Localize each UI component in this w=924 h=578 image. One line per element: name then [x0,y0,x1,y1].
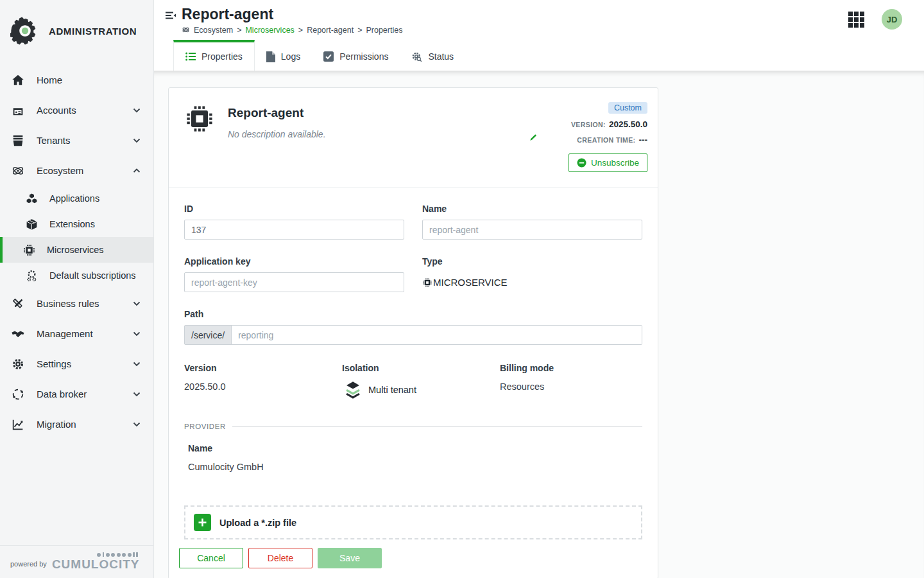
save-button[interactable]: Save [318,548,382,568]
avatar[interactable]: JD [882,9,902,30]
chevron-down-icon [133,138,141,143]
chevron-down-icon [133,301,141,306]
edit-icon[interactable] [528,132,538,143]
field-name: Name [422,204,642,240]
sidebar-item-label: Ecosystem [37,165,122,176]
cumulocity-logo-dots [97,552,138,557]
billing-mode-value: Resources [500,381,642,392]
breadcrumb-link-microservices[interactable]: Microservices [245,26,294,35]
breadcrumb-separator: > [357,26,362,35]
sidebar: ADMINISTRATION Home Accounts [0,0,154,578]
sidebar-item-data-broker[interactable]: Data broker [0,379,153,409]
sidebar-item-tenants[interactable]: Tenants [0,125,153,155]
path-prefix: /service/ [185,326,232,344]
microservices-icon [422,277,432,288]
isolation-label: Isolation [342,363,484,373]
tab-properties[interactable]: Properties [173,40,255,71]
chevron-down-icon [133,392,141,397]
unsubscribe-button[interactable]: Unsubscribe [569,153,647,172]
sidebar-item-label: Migration [37,419,122,430]
sidebar-item-label: Business rules [37,298,122,309]
gear-logo-icon [10,16,40,46]
status-badge: Custom [608,102,647,114]
sidebar-item-home[interactable]: Home [0,65,153,95]
id-input[interactable] [184,220,404,240]
breadcrumb: Ecosystem > Microservices > Report-agent… [182,26,402,35]
management-icon [10,326,26,342]
provider-name-value: Cumulocity GmbH [188,462,642,472]
version-label: VERSION: [571,121,606,128]
collapse-sidebar-icon[interactable] [165,11,176,21]
sidebar-item-extensions[interactable]: Extensions [0,211,153,237]
sidebar-item-microservices[interactable]: Microservices [0,237,153,263]
settings-icon [10,356,26,372]
field-application-key: Application key [184,256,404,292]
isolation-value: Multi tenant [368,385,416,395]
type-value: MICROSERVICE [433,277,508,288]
sidebar-item-label: Extensions [49,219,95,229]
sidebar-item-migration[interactable]: Migration [0,409,153,439]
sidebar-item-management[interactable]: Management [0,319,153,349]
breadcrumb-separator: > [298,26,303,35]
field-path: Path /service/ [184,309,642,345]
unsubscribe-label: Unsubscribe [591,158,639,168]
page-title: Report-agent [182,6,402,24]
layers-icon [342,379,364,401]
sidebar-item-default-subscriptions[interactable]: Default subscriptions [0,263,153,288]
sidebar-item-accounts[interactable]: Accounts [0,95,153,125]
version-field-label: Version [184,363,327,373]
file-icon [266,51,275,62]
creation-time-value: --- [639,135,648,144]
sidebar-item-label: Tenants [37,135,122,146]
name-input[interactable] [422,220,642,240]
applications-icon [24,191,38,206]
microservices-icon [22,243,36,257]
sidebar-item-settings[interactable]: Settings [0,349,153,379]
section-divider [232,426,642,427]
delete-button[interactable]: Delete [248,548,312,568]
home-icon [10,73,26,88]
path-label: Path [184,309,642,319]
cancel-button[interactable]: Cancel [179,548,243,568]
tab-logs[interactable]: Logs [255,40,312,71]
card-header: Report-agent No description available. C… [169,88,658,188]
app-switcher-icon[interactable] [848,11,865,28]
name-label: Name [422,204,642,214]
sidebar-item-label: Accounts [37,105,122,116]
sidebar-item-business-rules[interactable]: Business rules [0,288,153,319]
tab-status[interactable]: Status [400,40,465,71]
path-input[interactable] [232,326,642,344]
card-meta: Custom VERSION: 2025.50.0 CREATION TIME:… [565,102,647,172]
card-title: Report-agent [228,106,515,120]
accounts-icon [10,103,26,118]
provider-section-label: PROVIDER [184,423,226,430]
sidebar-item-ecosystem[interactable]: Ecosystem [0,155,153,186]
creation-time-label: CREATION TIME: [577,136,635,144]
ecosystem-icon [182,26,190,34]
app-name: ADMINISTRATION [49,26,137,37]
application-key-input[interactable] [184,272,404,292]
sidebar-item-label: Default subscriptions [49,270,136,281]
cumulocity-logo: CUMULOCITY [52,552,140,570]
upload-label: Upload a *.zip file [219,518,296,528]
chevron-down-icon [133,422,141,427]
provider-name-label: Name [188,443,642,453]
field-isolation: Isolation Multi tenant [342,363,484,401]
upload-dropzone[interactable]: Upload a *.zip file [184,505,642,539]
powered-by-label: powered by [10,560,47,570]
default-subscriptions-icon [24,268,38,283]
tenants-icon [10,133,26,148]
ecosystem-icon [10,163,26,179]
tab-label: Permissions [339,51,388,62]
tab-permissions[interactable]: Permissions [312,40,400,71]
chevron-down-icon [133,108,141,113]
sidebar-item-label: Home [37,74,141,85]
tab-label: Properties [201,51,243,62]
sidebar-item-applications[interactable]: Applications [0,186,153,211]
cumulocity-logo-text: CUMULOCITY [52,558,140,570]
chevron-down-icon [133,362,141,367]
minus-circle-icon [577,158,586,168]
content-area: Report-agent No description available. C… [154,71,924,578]
app-logo: ADMINISTRATION [0,0,153,65]
card-description: No description available. [228,129,515,139]
